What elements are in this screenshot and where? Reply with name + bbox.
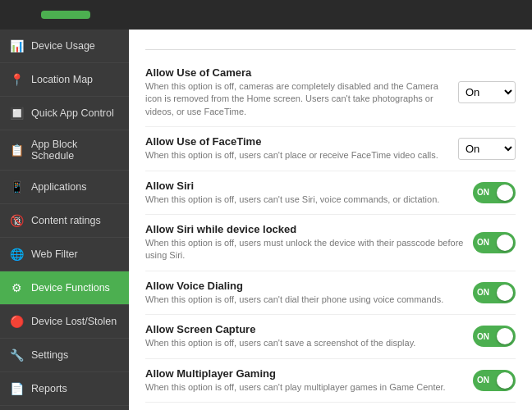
func-info-voice-dialing: Allow Voice Dialing When this option is … bbox=[145, 280, 465, 306]
function-row-facetime: Allow Use of FaceTime When this option i… bbox=[145, 127, 516, 171]
toggle-siri[interactable]: ON bbox=[473, 182, 516, 203]
toggle-wrap-siri-locked: ON bbox=[473, 232, 516, 253]
toggle-label-siri: ON bbox=[477, 188, 489, 197]
toggle-siri-locked[interactable]: ON bbox=[473, 232, 516, 253]
function-row-screen-capture: Allow Screen Capture When this option is… bbox=[145, 315, 516, 358]
dropdown-camera[interactable]: On Off bbox=[458, 81, 516, 103]
sidebar-item-device-usage[interactable]: 📊 Device Usage bbox=[0, 30, 129, 63]
toggle-knob-siri-locked bbox=[497, 235, 513, 251]
sidebar-label-device-usage: Device Usage bbox=[31, 40, 95, 52]
toggle-voice-dialing[interactable]: ON bbox=[473, 282, 516, 303]
reports-icon: 📄 bbox=[8, 380, 25, 397]
func-info-siri-locked: Allow Siri while device locked When this… bbox=[145, 223, 465, 262]
toggle-label-voice-dialing: ON bbox=[477, 288, 489, 297]
main-layout: 📊 Device Usage 📍 Location Map 🔲 Quick Ap… bbox=[0, 30, 532, 410]
func-desc-camera: When this option is off, cameras are com… bbox=[145, 80, 450, 118]
func-title-siri-locked: Allow Siri while device locked bbox=[145, 223, 465, 235]
device-lost-icon: 🔴 bbox=[8, 313, 25, 330]
app-block-schedule-icon: 📋 bbox=[8, 142, 25, 158]
sidebar-item-app-block-schedule[interactable]: 📋 App Block Schedule bbox=[0, 130, 129, 171]
sidebar-item-device-lost[interactable]: 🔴 Device Lost/Stolen bbox=[0, 305, 129, 339]
toggle-wrap-screen-capture: ON bbox=[473, 326, 516, 347]
sidebar-item-quick-app-control[interactable]: 🔲 Quick App Control bbox=[0, 97, 129, 130]
func-info-multiplayer: Allow Multiplayer Gaming When this optio… bbox=[145, 367, 465, 394]
func-desc-screen-capture: When this option is off, users can't sav… bbox=[145, 337, 465, 349]
toggle-label-siri-locked: ON bbox=[477, 238, 489, 247]
toggle-knob-voice-dialing bbox=[497, 285, 513, 301]
sidebar-item-web-filter[interactable]: 🌐 Web Filter bbox=[0, 238, 129, 271]
func-title-multiplayer: Allow Multiplayer Gaming bbox=[145, 367, 465, 380]
toggle-screen-capture[interactable]: ON bbox=[473, 326, 516, 347]
func-info-camera: Allow Use of Camera When this option is … bbox=[145, 66, 450, 118]
iphone-tab[interactable] bbox=[41, 11, 90, 19]
settings-icon: 🔧 bbox=[8, 347, 25, 363]
func-desc-voice-dialing: When this option is off, users can't dia… bbox=[145, 294, 465, 306]
sidebar-label-content-ratings: Content ratings bbox=[31, 215, 101, 226]
toggle-wrap-multiplayer: ON bbox=[473, 370, 516, 391]
toggle-label-multiplayer: ON bbox=[477, 376, 489, 385]
sidebar-item-settings[interactable]: 🔧 Settings bbox=[0, 339, 129, 372]
toggle-knob-screen-capture bbox=[497, 328, 513, 344]
sidebar-label-quick-app-control: Quick App Control bbox=[31, 107, 114, 119]
toggle-knob-multiplayer bbox=[497, 372, 513, 389]
sidebar-item-device-functions[interactable]: ⚙ Device Functions bbox=[0, 271, 129, 305]
sidebar: 📊 Device Usage 📍 Location Map 🔲 Quick Ap… bbox=[0, 30, 129, 410]
content-ratings-icon: 🔞 bbox=[8, 212, 25, 229]
sidebar-label-app-block-schedule: App Block Schedule bbox=[31, 139, 121, 162]
device-functions-icon: ⚙ bbox=[8, 280, 25, 296]
func-title-screen-capture: Allow Screen Capture bbox=[145, 323, 465, 335]
func-info-screen-capture: Allow Screen Capture When this option is… bbox=[145, 323, 465, 349]
location-map-icon: 📍 bbox=[8, 71, 25, 88]
toggle-wrap-voice-dialing: ON bbox=[473, 282, 516, 303]
sidebar-label-settings: Settings bbox=[31, 349, 68, 361]
sidebar-label-device-lost: Device Lost/Stolen bbox=[31, 316, 117, 327]
func-desc-siri: When this option is off, users can't use… bbox=[145, 194, 465, 206]
dropdown-facetime[interactable]: On Off bbox=[458, 138, 516, 160]
top-bar bbox=[0, 0, 532, 30]
function-row-game-center-friends: Adding Game Center friends When this opt… bbox=[145, 403, 516, 410]
function-row-siri-locked: Allow Siri while device locked When this… bbox=[145, 215, 516, 271]
sidebar-item-applications[interactable]: 📱 Applications bbox=[0, 171, 129, 204]
func-desc-facetime: When this option is off, users can't pla… bbox=[145, 149, 450, 162]
web-filter-icon: 🌐 bbox=[8, 246, 25, 262]
sidebar-item-content-ratings[interactable]: 🔞 Content ratings bbox=[0, 204, 129, 238]
function-row-multiplayer: Allow Multiplayer Gaming When this optio… bbox=[145, 359, 516, 403]
sidebar-item-reports[interactable]: 📄 Reports bbox=[0, 372, 129, 406]
functions-list: Allow Use of Camera When this option is … bbox=[145, 58, 516, 410]
quick-app-control-icon: 🔲 bbox=[8, 105, 25, 121]
func-title-voice-dialing: Allow Voice Dialing bbox=[145, 280, 465, 292]
toggle-label-screen-capture: ON bbox=[477, 332, 489, 341]
toggle-multiplayer[interactable]: ON bbox=[473, 370, 516, 391]
main-content: Allow Use of Camera When this option is … bbox=[129, 30, 532, 410]
func-info-facetime: Allow Use of FaceTime When this option i… bbox=[145, 135, 450, 162]
applications-icon: 📱 bbox=[8, 179, 25, 195]
toggle-knob-siri bbox=[497, 184, 513, 201]
sidebar-label-device-functions: Device Functions bbox=[31, 282, 110, 294]
func-desc-multiplayer: When this option is off, users can't pla… bbox=[145, 381, 465, 394]
function-row-voice-dialing: Allow Voice Dialing When this option is … bbox=[145, 271, 516, 315]
func-title-camera: Allow Use of Camera bbox=[145, 66, 450, 79]
function-row-siri: Allow Siri When this option is off, user… bbox=[145, 171, 516, 215]
sidebar-label-applications: Applications bbox=[31, 181, 86, 193]
select-camera[interactable]: On Off bbox=[459, 82, 515, 102]
device-usage-icon: 📊 bbox=[8, 38, 25, 54]
sidebar-item-purchase[interactable]: 💲 Purchase bbox=[0, 406, 129, 410]
toggle-wrap-siri: ON bbox=[473, 182, 516, 203]
page-title bbox=[145, 43, 516, 50]
function-row-camera: Allow Use of Camera When this option is … bbox=[145, 58, 516, 127]
sidebar-label-web-filter: Web Filter bbox=[31, 248, 78, 260]
sidebar-item-location-map[interactable]: 📍 Location Map bbox=[0, 63, 129, 97]
func-title-siri: Allow Siri bbox=[145, 180, 465, 192]
func-info-siri: Allow Siri When this option is off, user… bbox=[145, 180, 465, 206]
sidebar-label-reports: Reports bbox=[31, 383, 67, 394]
func-title-facetime: Allow Use of FaceTime bbox=[145, 135, 450, 148]
select-facetime[interactable]: On Off bbox=[459, 139, 515, 159]
func-desc-siri-locked: When this option is off, users must unlo… bbox=[145, 237, 465, 262]
sidebar-label-location-map: Location Map bbox=[31, 74, 93, 85]
